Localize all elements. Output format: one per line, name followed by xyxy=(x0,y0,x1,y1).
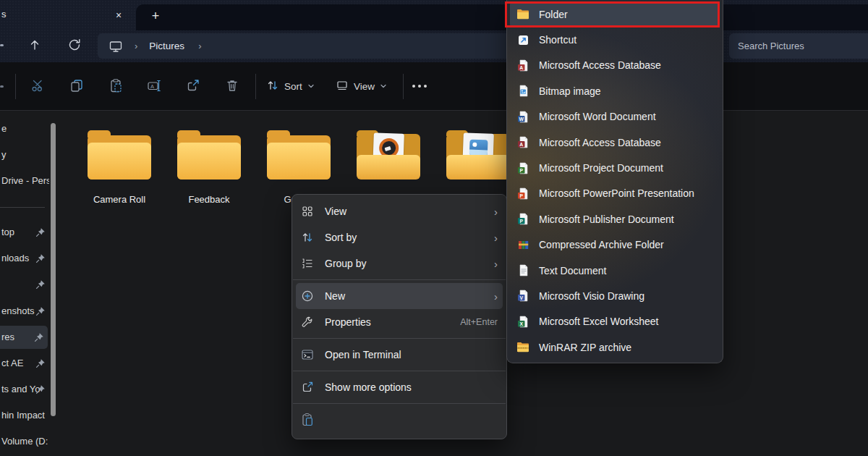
pin-icon xyxy=(35,306,46,316)
new-submenu-item-shortcut[interactable]: Shortcut xyxy=(507,27,723,52)
sidebar-scrollbar[interactable] xyxy=(51,123,56,416)
new-tab-button[interactable]: + xyxy=(145,6,166,26)
new-submenu-item-microsoft-publisher-document[interactable]: PMicrosoft Publisher Document xyxy=(507,206,723,232)
refresh-button[interactable] xyxy=(64,35,85,56)
menu-item-sort-by[interactable]: Sort by› xyxy=(292,224,506,250)
access-icon: A xyxy=(516,59,529,72)
menu-item-label: Properties xyxy=(325,316,460,328)
ellipsis-icon xyxy=(412,85,415,88)
submenu-item-label: Compressed Archive Folder xyxy=(539,239,664,250)
folder-camera-roll[interactable]: Camera Roll xyxy=(80,130,159,206)
submenu-item-label: Shortcut xyxy=(539,34,576,46)
chevron-right-icon: › xyxy=(494,206,498,218)
menu-separator xyxy=(293,403,506,404)
sidebar-item-enshots[interactable]: enshots xyxy=(0,300,49,323)
new-submenu-item-text-document[interactable]: Text Document xyxy=(507,258,723,283)
menu-item-label: New xyxy=(325,290,494,302)
terminal-icon xyxy=(300,347,315,362)
sidebar-item-e[interactable]: e xyxy=(0,117,49,140)
menu-item-properties[interactable]: PropertiesAlt+Enter xyxy=(292,309,506,335)
menu-item-group-by[interactable]: Group by› xyxy=(292,250,506,276)
menu-item-open-in-terminal[interactable]: Open in Terminal xyxy=(292,342,506,368)
sort-button[interactable]: Sort xyxy=(266,72,315,101)
chevron-right-icon: › xyxy=(494,290,498,303)
breadcrumb-chevron-icon: › xyxy=(135,41,137,51)
sort-label: Sort xyxy=(284,81,302,92)
share-button[interactable] xyxy=(179,72,207,101)
new-submenu-item-microsoft-access-database[interactable]: AMicrosoft Access Database xyxy=(507,130,723,155)
powerpoint-icon: P xyxy=(516,187,529,200)
context-menu: View›Sort by›Group by›New›PropertiesAlt+… xyxy=(292,194,507,439)
sidebar-item-y[interactable]: y xyxy=(0,143,49,166)
new-submenu: FolderShortcutAMicrosoft Access Database… xyxy=(506,0,723,363)
visio-icon: V xyxy=(516,290,529,303)
menu-item-label: Group by xyxy=(325,258,494,269)
breadcrumb-pictures[interactable]: Pictures xyxy=(149,41,184,51)
new-submenu-item-microsoft-powerpoint-presentation[interactable]: PMicrosoft PowerPoint Presentation xyxy=(507,181,723,206)
new-submenu-item-bitmap-image[interactable]: Bitmap image xyxy=(507,78,723,104)
more-options-button[interactable] xyxy=(412,72,427,101)
svg-text:A: A xyxy=(150,83,154,89)
sidebar-item-ct-ae[interactable]: ct AE xyxy=(0,352,49,375)
menu-item-show-more-options[interactable]: Show more options xyxy=(292,374,506,400)
view-button[interactable]: View xyxy=(336,72,387,101)
folder-icon xyxy=(176,130,242,181)
submenu-item-label: Microsoft PowerPoint Presentation xyxy=(539,187,694,199)
back-button-fragment[interactable] xyxy=(0,44,4,46)
sidebar-item-top[interactable]: top xyxy=(0,221,49,244)
sidebar-item-volume-d[interactable]: Volume (D: xyxy=(0,430,49,453)
sidebar-item-hin-impact[interactable]: hin Impact xyxy=(0,404,49,427)
menu-item-new[interactable]: New› xyxy=(296,283,503,309)
project-icon: P xyxy=(516,161,529,174)
new-submenu-item-microsoft-access-database[interactable]: AMicrosoft Access Database xyxy=(507,53,723,78)
sidebar-item-hidden[interactable] xyxy=(0,273,49,296)
winrar-zip-icon xyxy=(516,341,529,354)
delete-button[interactable] xyxy=(218,72,246,101)
cut-button[interactable] xyxy=(24,72,51,101)
view-layout-icon xyxy=(336,79,349,94)
submenu-item-label: Text Document xyxy=(539,265,606,276)
svg-text:P: P xyxy=(519,167,523,172)
folder-feedback[interactable]: Feedback xyxy=(169,130,249,206)
sort-by-icon xyxy=(300,230,315,245)
monitor-icon[interactable] xyxy=(109,39,123,54)
new-submenu-item-microsoft-visio-drawing[interactable]: VMicrosoft Visio Drawing xyxy=(507,283,723,308)
submenu-item-label: Bitmap image xyxy=(539,85,601,97)
new-submenu-item-winrar-zip-archive[interactable]: WinRAR ZIP archive xyxy=(507,334,723,360)
copy-button[interactable] xyxy=(63,72,90,101)
menu-item-label: Show more options xyxy=(325,381,498,393)
pin-icon xyxy=(35,358,46,368)
svg-text:P: P xyxy=(519,219,523,224)
up-button[interactable] xyxy=(24,35,46,56)
search-input[interactable]: Search Pictures xyxy=(729,33,868,59)
menu-item-shortcut: Alt+Enter xyxy=(460,317,498,327)
svg-text:X: X xyxy=(519,321,523,326)
submenu-item-label: Microsoft Publisher Document xyxy=(539,214,674,225)
sidebar-item-ts-and-yo[interactable]: ts and Yo xyxy=(0,378,49,401)
folder-icon xyxy=(445,130,511,181)
menu-item-label: Open in Terminal xyxy=(325,349,498,360)
new-submenu-item-microsoft-project-document[interactable]: PMicrosoft Project Document xyxy=(507,155,723,180)
tab-close-button[interactable]: × xyxy=(109,6,128,24)
sidebar-item-res[interactable]: res xyxy=(0,326,48,349)
tab-strip: + xyxy=(136,4,868,30)
sidebar-item-nloads[interactable]: nloads xyxy=(0,247,49,270)
menu-item-view[interactable]: View› xyxy=(292,198,506,224)
excel-icon: X xyxy=(516,315,529,328)
new-submenu-item-microsoft-excel-worksheet[interactable]: XMicrosoft Excel Worksheet xyxy=(507,309,723,334)
paste-button[interactable] xyxy=(102,72,129,101)
new-submenu-item-compressed-archive-folder[interactable]: Compressed Archive Folder xyxy=(507,232,723,258)
menu-item-paste-clipboard[interactable] xyxy=(292,407,506,433)
folder-label: Feedback xyxy=(169,194,249,206)
rename-icon: A xyxy=(147,78,161,95)
menu-separator xyxy=(293,371,506,371)
svg-text:W: W xyxy=(519,117,524,122)
cut-icon xyxy=(30,78,45,95)
sidebar-item-drive-perso[interactable]: Drive - Perso xyxy=(0,169,49,193)
winrar-books-icon xyxy=(516,238,529,251)
rename-button[interactable]: A xyxy=(140,72,168,101)
shortcut-icon xyxy=(516,33,529,46)
new-submenu-item-microsoft-word-document[interactable]: WMicrosoft Word Document xyxy=(507,104,723,130)
svg-text:V: V xyxy=(519,295,523,300)
menu-item-label: Sort by xyxy=(325,232,494,243)
